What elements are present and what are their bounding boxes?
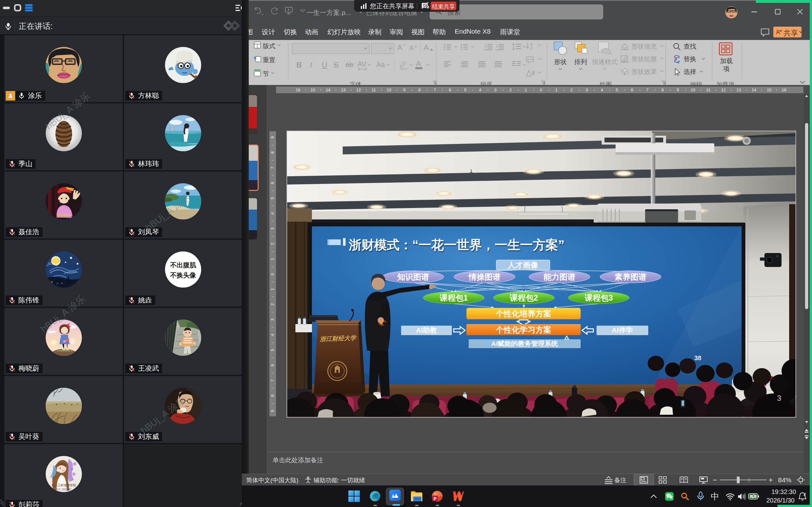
svg-text:Z: Z bbox=[530, 46, 533, 50]
svg-text:情操图谱: 情操图谱 bbox=[468, 272, 500, 281]
svg-text:AI助教: AI助教 bbox=[416, 326, 437, 334]
svg-text:AI赋能的教务管理系统: AI赋能的教务管理系统 bbox=[491, 340, 558, 347]
svg-text:3: 3 bbox=[777, 394, 781, 402]
svg-text:能力图谱: 能力图谱 bbox=[544, 272, 575, 281]
svg-text:浙财模式：“一花一世界，一生一方案”: 浙财模式：“一花一世界，一生一方案” bbox=[348, 238, 564, 252]
svg-text:c: c bbox=[677, 60, 679, 64]
svg-text:南大工程管理学院: 南大工程管理学院 bbox=[51, 484, 76, 487]
svg-text:不换头像: 不换头像 bbox=[169, 271, 196, 279]
svg-text:NJU SME 200: NJU SME 200 bbox=[56, 488, 71, 491]
svg-text:知识图谱: 知识图谱 bbox=[397, 272, 429, 281]
svg-text:ZURA: ZURA bbox=[58, 213, 70, 218]
svg-text:课程包3: 课程包3 bbox=[585, 293, 613, 302]
svg-text:个性化培养方案: 个性化培养方案 bbox=[496, 309, 552, 318]
svg-text:38: 38 bbox=[694, 354, 701, 361]
svg-text:课程包1: 课程包1 bbox=[440, 293, 468, 302]
svg-text:课程包2: 课程包2 bbox=[510, 293, 538, 302]
svg-text:P: P bbox=[434, 496, 436, 501]
svg-text:z: z bbox=[805, 492, 806, 495]
svg-text:b: b bbox=[675, 56, 677, 61]
svg-text:不出腹肌: 不出腹肌 bbox=[169, 261, 196, 269]
svg-text:素养图谱: 素养图谱 bbox=[615, 272, 646, 281]
svg-text:AI伴学: AI伴学 bbox=[612, 326, 633, 334]
svg-text:人才画像: 人才画像 bbox=[507, 261, 539, 269]
svg-text:个性化学习方案: 个性化学习方案 bbox=[496, 325, 552, 334]
svg-text:浙江财经大学: 浙江财经大学 bbox=[319, 335, 357, 342]
